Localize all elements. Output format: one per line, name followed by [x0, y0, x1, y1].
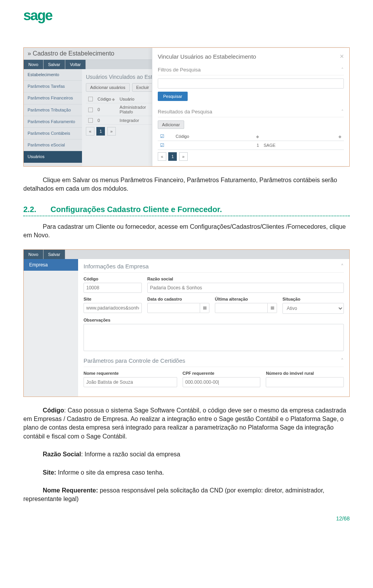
sidebar-item-contabeis[interactable]: Parâmetros Contábeis [24, 128, 82, 139]
paragraph: Razão Social: Informe a razão social da … [23, 450, 350, 459]
paragraph: Clique em Salvar os menus Parâmetros Fin… [23, 176, 350, 193]
novo-button[interactable]: Novo [24, 250, 44, 259]
sort-icon[interactable]: ◆ [256, 134, 259, 139]
paragraph-text: : Caso possua o sistema Sage Software Co… [23, 407, 346, 440]
cell-usuario: Integrador [117, 116, 156, 125]
section-informacoes-empresa: Informações da Empresa [84, 263, 149, 270]
paragraph: Nome Requerente: pessoa responsável pela… [23, 486, 350, 504]
pager-page[interactable]: 1 [168, 152, 177, 161]
data-cadastro-field[interactable] [147, 303, 200, 313]
chevron-up-icon[interactable]: ˄ [341, 263, 344, 270]
ultima-alteracao-field[interactable] [215, 303, 268, 313]
sage-logo: sage [23, 8, 350, 24]
title-text: Cadastro de Estabelecimento [33, 50, 114, 57]
usuarios-table: Código◆ Usuário 0 Administrador Platafo … [86, 95, 156, 125]
cell-usuario: Administrador Platafo [117, 103, 156, 116]
cpf-requerente-field[interactable] [183, 377, 261, 387]
pager-page[interactable]: 1 [96, 127, 105, 136]
cell-nome: SAGE [261, 141, 316, 150]
calendar-icon[interactable]: ▦ [200, 303, 209, 313]
section-certidoes: Parâmetros para Controle de Certidões [84, 357, 185, 364]
sidebar: Estabelecimento Parâmetros Tarefas Parâm… [24, 69, 82, 166]
modal-title-text: Vincular Usuários ao Estabelecimento [158, 53, 256, 60]
data-cadastro-label: Data do cadastro [147, 297, 209, 301]
close-icon[interactable]: × [340, 52, 344, 61]
situacao-select[interactable]: Ativo [282, 303, 344, 314]
section-number: 2.2. [23, 205, 39, 214]
sidebar-item-estabelecimento[interactable]: Estabelecimento [24, 69, 82, 81]
paragraph: Código: Caso possua o sistema Sage Softw… [23, 406, 350, 441]
pager-prev[interactable]: « [158, 152, 166, 161]
screenshot-cadastro-estabelecimento: » Cadastro de Estabelecimento Novo Salva… [23, 47, 350, 167]
excluir-button[interactable]: Excluir [132, 83, 153, 92]
chevron-up-icon[interactable]: ˄ [341, 67, 344, 73]
paragraph: Para cadastrar um Cliente ou fornecedor,… [23, 223, 350, 240]
select-all-checkbox[interactable]: ☑ [160, 134, 164, 139]
paragraph-text: Clique em Salvar os menus Parâmetros Fin… [23, 176, 350, 193]
salvar-button[interactable]: Salvar [44, 250, 65, 259]
razao-social-field[interactable] [147, 283, 344, 293]
modal-vincular-usuarios: Vincular Usuários ao Estabelecimento × F… [152, 48, 349, 166]
sidebar-item-usuarios[interactable]: Usuários [24, 151, 82, 163]
paragraph: Site: Informe o site da empresa caso ten… [23, 468, 350, 477]
sidebar-item-tributacao[interactable]: Parâmetros Tributação [24, 104, 82, 116]
search-input[interactable] [158, 78, 344, 89]
chevron-up-icon[interactable]: ˄ [341, 357, 344, 364]
observacoes-label: Observações [84, 318, 344, 322]
sidebar-item-financeiros[interactable]: Parâmetros Financeiros [24, 92, 82, 104]
modal-pager: « 1 » [158, 152, 344, 161]
field-name: Razão Social [43, 451, 81, 458]
col-usuario: Usuário [120, 97, 134, 101]
observacoes-field[interactable] [84, 324, 344, 351]
razao-social-label: Razão social [147, 277, 344, 281]
voltar-button[interactable]: Voltar [65, 60, 86, 69]
cell-codigo: 1 [233, 141, 261, 150]
paragraph-text: : Informe a razão social da empresa [81, 451, 180, 458]
field-name: Site: [43, 469, 56, 476]
sidebar-item-esocial[interactable]: Parâmetros eSocial [24, 139, 82, 151]
pesquisar-button[interactable]: Pesquisar [158, 92, 188, 101]
nome-requerente-field[interactable] [84, 377, 177, 387]
row-checkbox[interactable]: ☑ [160, 143, 164, 148]
screenshot-informacoes-empresa: Novo Salvar Empresa Informações da Empre… [23, 249, 350, 397]
codigo-field[interactable] [84, 283, 142, 293]
row-checkbox[interactable] [88, 108, 93, 112]
row-checkbox[interactable] [88, 118, 93, 123]
numero-imovel-label: Número do imóvel rural [266, 371, 344, 376]
codigo-label: Código [84, 277, 142, 281]
salvar-button[interactable]: Salvar [44, 60, 65, 69]
section-title: Configurações Cadastro Cliente e Fornece… [51, 205, 222, 214]
sort-icon[interactable]: ◆ [112, 97, 115, 101]
table-row[interactable]: ☑ 1 SAGE [158, 141, 344, 150]
pager-next[interactable]: » [179, 152, 188, 161]
form-container: Informações da Empresa ˄ Código Razão so… [78, 259, 349, 397]
paragraph-text: Informe o site da empresa caso tenha. [56, 469, 164, 476]
col-codigo: Código [98, 97, 111, 101]
cell-codigo: 0 [95, 103, 117, 116]
novo-button[interactable]: Novo [24, 60, 44, 69]
adicionar-usuarios-button[interactable]: Adicionar usuários [86, 83, 130, 92]
section-heading: 2.2. Configurações Cadastro Cliente e Fo… [23, 205, 350, 216]
col-codigo: Código [176, 134, 189, 139]
sidebar-item-faturamento[interactable]: Parâmetros Faturamento [24, 116, 82, 128]
tab-empresa[interactable]: Empresa [24, 259, 78, 271]
select-all-checkbox[interactable] [88, 97, 93, 101]
table-row[interactable]: 0 Integrador [86, 116, 156, 125]
chevron-up-icon[interactable]: ˄ [341, 109, 344, 115]
cell-codigo: 0 [95, 116, 117, 125]
page-number: 12/68 [23, 515, 350, 522]
site-field[interactable] [84, 303, 142, 313]
title-prefix: » [28, 50, 31, 57]
pager-prev[interactable]: « [86, 127, 94, 136]
numero-imovel-field[interactable] [266, 377, 344, 387]
sidebar-item-tarefas[interactable]: Parâmetros Tarefas [24, 81, 82, 92]
calendar-icon[interactable]: ▦ [268, 303, 277, 313]
adicionar-button[interactable]: Adicionar [158, 120, 184, 129]
pager-next[interactable]: » [107, 127, 116, 136]
svg-text:sage: sage [23, 8, 52, 23]
results-table: ☑ Código ◆ ◆ ☑ 1 SAGE [158, 132, 344, 150]
sort-icon[interactable]: ◆ [338, 134, 342, 139]
table-row[interactable]: 0 Administrador Platafo [86, 103, 156, 116]
field-name: Código [43, 407, 64, 414]
site-label: Site [84, 297, 142, 301]
